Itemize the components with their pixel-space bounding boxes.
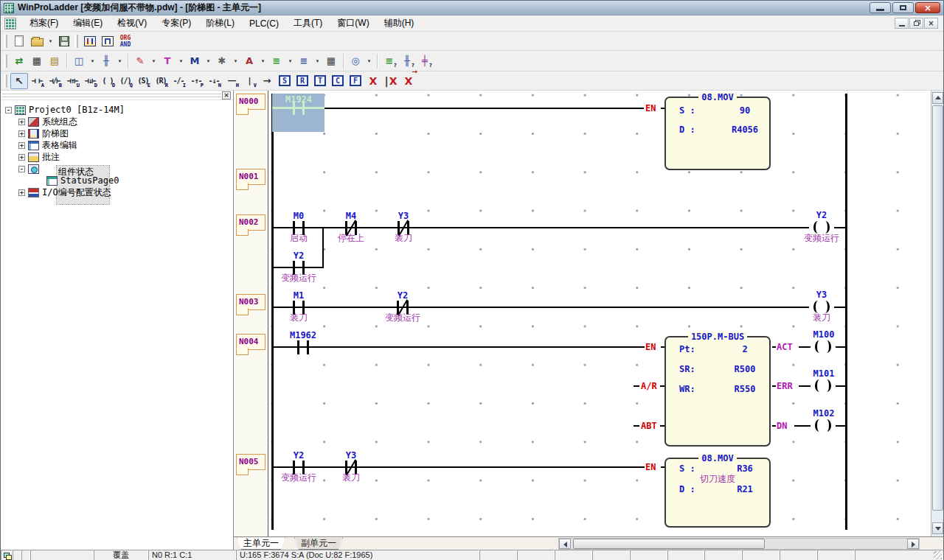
coil-address[interactable]: Y2	[816, 210, 827, 220]
tool-counter[interactable]: C	[329, 73, 347, 89]
tree-item-table-edit[interactable]: + 表格编辑	[18, 139, 77, 151]
text-monitor-dropdown[interactable]: ▼	[176, 53, 186, 69]
tree-item-component-status[interactable]: - 组件状态	[18, 163, 42, 175]
contact-no-m1962[interactable]	[294, 340, 313, 354]
network-label-n003[interactable]: N003	[236, 294, 266, 310]
tree-item-io-config[interactable]: + I/O编号配置状态	[18, 186, 111, 198]
gear-button[interactable]: ✱	[213, 53, 231, 69]
tool-function[interactable]: F	[347, 73, 364, 89]
tab-sub-unit[interactable]: 副单元一	[294, 537, 343, 550]
doc-close-button[interactable]: ×	[924, 18, 938, 29]
delete-element-button[interactable]: X	[364, 73, 382, 89]
scroll-down-button[interactable]	[932, 522, 943, 534]
vertical-scroll-thumb[interactable]	[932, 105, 943, 511]
param-value[interactable]: R36	[737, 463, 753, 474]
tree-item-ladder-diagram[interactable]: + 阶梯图	[18, 127, 69, 139]
network-label-n002[interactable]: N002	[236, 214, 266, 231]
tool-coil[interactable]: ( )O	[99, 73, 117, 89]
run-monitor-dropdown[interactable]: ▼	[204, 53, 213, 69]
network-label-n005[interactable]: N005	[236, 454, 266, 470]
statusbar-resize-grip[interactable]	[855, 550, 943, 560]
text-monitor-button[interactable]: T	[159, 53, 176, 69]
find-button[interactable]: ◎	[347, 53, 364, 69]
network-label-n001[interactable]: N001	[236, 169, 266, 185]
org-and-button[interactable]: ORG AND	[117, 33, 134, 49]
tool-coil-set[interactable]: (S)E	[134, 73, 152, 89]
horizontal-scrollbar[interactable]	[558, 538, 920, 550]
param-value[interactable]: 2	[742, 344, 747, 354]
run-monitor-button[interactable]: M	[186, 53, 204, 69]
network-label-n000[interactable]: N000	[236, 94, 266, 110]
tool-contact-nc[interactable]: ⊣/⊢B	[46, 73, 63, 89]
monitor-list-dropdown[interactable]: ▼	[313, 53, 322, 69]
toolbar-grip[interactable]	[74, 35, 78, 48]
tool-relay[interactable]: R	[294, 73, 311, 89]
coil-address[interactable]: Y3	[816, 290, 827, 300]
status-list-dropdown[interactable]: ▼	[285, 53, 295, 69]
scroll-right-button[interactable]	[907, 539, 919, 549]
save-button[interactable]	[55, 33, 73, 49]
param-value[interactable]: R550	[735, 384, 756, 394]
open-file-button[interactable]	[28, 33, 46, 49]
tool-coil-not[interactable]: (/)Q	[117, 73, 134, 89]
menu-edit[interactable]: 编辑(E)	[66, 15, 110, 31]
menu-plc[interactable]: PLC(C)	[242, 17, 286, 30]
tool-step[interactable]: S	[276, 73, 294, 89]
close-button[interactable]: ×	[915, 2, 940, 13]
function-block-mov2[interactable]: 08.MOV S :R36 切刀速度 D :R21	[664, 458, 771, 528]
menu-file[interactable]: 档案(F)	[22, 15, 66, 31]
param-value[interactable]: 90	[740, 105, 750, 116]
tool-falling-pulse[interactable]: -↓-N	[205, 73, 223, 89]
output-coil-m102[interactable]	[811, 419, 836, 433]
param-value[interactable]: R4056	[732, 125, 758, 135]
tree-item-label[interactable]: StatusPage0	[60, 175, 119, 186]
horizontal-scroll-thumb[interactable]	[573, 539, 765, 549]
ladder-monitor-dropdown[interactable]: ▼	[88, 53, 97, 69]
output-coil-m101[interactable]	[811, 379, 836, 393]
tool-arrow[interactable]: →	[258, 73, 276, 89]
network-label-n004[interactable]: N004	[236, 334, 266, 350]
tool-coil-reset[interactable]: (R)R	[152, 73, 170, 89]
collapse-expander[interactable]: -	[18, 166, 25, 172]
tree-item-comments[interactable]: + 批注	[18, 151, 60, 163]
menu-ladder[interactable]: 阶梯(L)	[198, 15, 242, 31]
contact-no-m1924[interactable]	[289, 101, 308, 115]
calculator-button[interactable]: ▦	[322, 53, 340, 69]
tool-contact-rising[interactable]: ⊣↑⊢U	[63, 73, 81, 89]
ladder-help-button[interactable]: ╫?	[398, 53, 416, 69]
expand-expander[interactable]: +	[18, 189, 25, 196]
gear-dropdown[interactable]: ▼	[231, 53, 240, 69]
tree-item-label[interactable]: I/O编号配置状态	[42, 186, 111, 199]
contact-address[interactable]: M0	[294, 211, 304, 221]
tree-item-label[interactable]: 表格编辑	[42, 139, 77, 152]
coil-address[interactable]: M101	[813, 368, 835, 379]
scroll-left-button[interactable]	[559, 539, 571, 549]
tree-item-label[interactable]: 批注	[42, 151, 60, 164]
abort-run-dropdown[interactable]: ▼	[258, 53, 268, 69]
chip-button[interactable]: ▦	[28, 53, 46, 69]
address-book-button[interactable]: ▤	[46, 53, 63, 69]
tree-item-label[interactable]: 阶梯图	[42, 127, 69, 140]
output-coil-m100[interactable]	[811, 340, 836, 354]
contact-address[interactable]: M1962	[290, 330, 316, 340]
ladder-edit-button[interactable]: ╫	[97, 53, 115, 69]
maximize-button[interactable]	[892, 2, 914, 13]
document-icon[interactable]	[4, 18, 16, 29]
ladder-window-button[interactable]	[81, 33, 99, 49]
delete-row-button[interactable]: X→	[400, 73, 417, 89]
coil-address[interactable]: M102	[813, 408, 835, 419]
delete-column-button[interactable]: |X	[382, 73, 400, 89]
tree-item-system-config[interactable]: + 系统组态	[18, 116, 77, 127]
coil-address[interactable]: M100	[813, 329, 835, 340]
function-block-mov[interactable]: 08.MOV S :90 D :R4056	[664, 97, 771, 170]
edit-mode-button[interactable]: ✎	[131, 53, 149, 69]
expand-expander[interactable]: +	[18, 142, 25, 149]
toolbar-grip[interactable]	[4, 74, 7, 88]
expand-expander[interactable]: +	[18, 130, 25, 137]
param-value[interactable]: R500	[735, 364, 756, 374]
contact-address[interactable]: Y2	[294, 251, 304, 261]
new-file-button[interactable]	[10, 33, 28, 49]
minimize-button[interactable]	[870, 2, 891, 13]
tool-contact-falling[interactable]: ⊣↓⊢D	[81, 73, 99, 89]
convert-button[interactable]: ⇄	[10, 53, 28, 69]
